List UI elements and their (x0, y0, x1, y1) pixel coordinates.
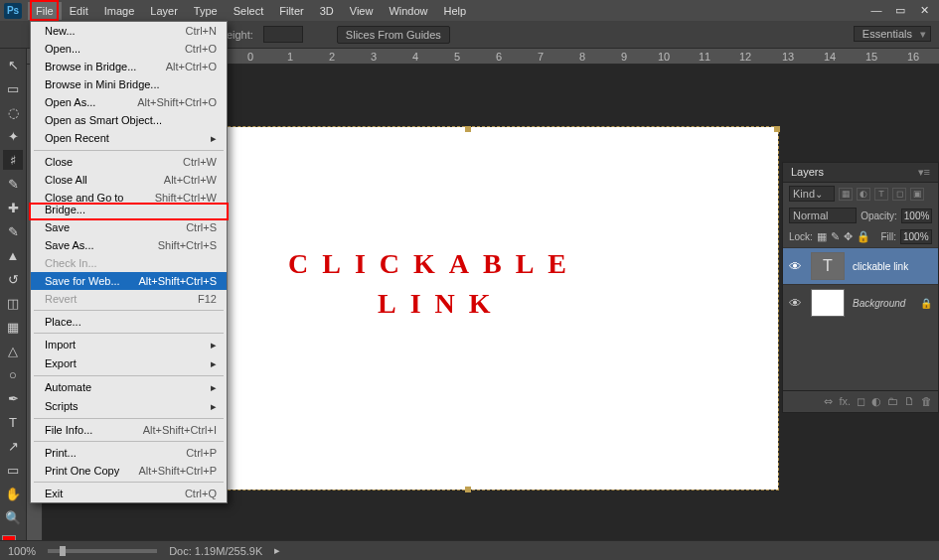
menu-item-close-and-go-to-bridge[interactable]: Close and Go to Bridge...Shift+Ctrl+W (31, 189, 227, 218)
menu-layer[interactable]: Layer (142, 2, 186, 20)
menu-item-close-all[interactable]: Close AllAlt+Ctrl+W (31, 171, 227, 189)
menu-item-open[interactable]: Open...Ctrl+O (31, 40, 227, 58)
menu-item-browse-in-mini-bridge[interactable]: Browse in Mini Bridge... (31, 75, 227, 93)
menu-select[interactable]: Select (226, 2, 272, 20)
menu-view[interactable]: View (342, 2, 382, 20)
tool-crop[interactable]: ♯ (3, 150, 23, 170)
tool-lasso[interactable]: ◌ (3, 102, 23, 122)
filter-smart-icon[interactable]: ▣ (910, 188, 924, 201)
menu-type[interactable]: Type (186, 2, 226, 20)
tool-pen[interactable]: ✒ (3, 388, 23, 408)
menu-item-open-recent[interactable]: Open Recent (31, 129, 227, 148)
menu-item-print[interactable]: Print...Ctrl+P (31, 444, 227, 462)
zoom-slider[interactable] (48, 549, 157, 553)
slices-from-guides-button[interactable]: Slices From Guides (337, 26, 450, 44)
menu-item-save-for-web[interactable]: Save for Web...Alt+Shift+Ctrl+S (31, 272, 227, 290)
layer-thumbnail[interactable]: T (811, 252, 845, 280)
filter-type-icon[interactable]: T (874, 188, 888, 201)
zoom-level[interactable]: 100% (8, 545, 36, 557)
menu-item-label: Print... (45, 447, 186, 459)
tool-dodge[interactable]: ○ (3, 364, 23, 384)
menu-item-place[interactable]: Place... (31, 313, 227, 331)
fill-value[interactable]: 100% (900, 229, 932, 244)
tool-brush[interactable]: ✎ (3, 221, 23, 241)
tool-hand[interactable]: ✋ (3, 484, 23, 503)
menu-item-close[interactable]: CloseCtrl+W (31, 153, 227, 171)
menu-item-shortcut: Shift+Ctrl+S (158, 239, 217, 251)
menu-item-browse-in-bridge[interactable]: Browse in Bridge...Alt+Ctrl+O (31, 58, 227, 75)
panel-menu-icon[interactable]: ▾≡ (918, 166, 930, 179)
workspace-selector[interactable]: Essentials (854, 26, 931, 42)
tool-eyedrop[interactable]: ✎ (3, 174, 23, 194)
menu-item-save-as[interactable]: Save As...Shift+Ctrl+S (31, 236, 227, 254)
delete-layer-icon[interactable]: 🗑 (921, 395, 932, 408)
close-icon[interactable]: ✕ (917, 4, 931, 17)
height-input[interactable] (263, 26, 303, 43)
layer-row[interactable]: 👁Tclickable link (783, 247, 938, 284)
tool-shape[interactable]: ▭ (3, 460, 23, 480)
menu-item-import[interactable]: Import (31, 336, 227, 354)
menu-3d[interactable]: 3D (312, 2, 342, 20)
menu-item-open-as-smart-object[interactable]: Open as Smart Object... (31, 111, 227, 129)
doc-info-arrow-icon[interactable]: ▸ (274, 544, 280, 557)
transform-handle[interactable] (465, 126, 471, 132)
group-icon[interactable]: 🗀 (887, 395, 898, 408)
menu-item-export[interactable]: Export (31, 354, 227, 373)
tool-path[interactable]: ↗ (3, 436, 23, 456)
menu-help[interactable]: Help (436, 2, 475, 20)
lock-all-icon[interactable]: 🔒 (857, 230, 870, 243)
tool-grad[interactable]: ▦ (3, 317, 23, 337)
new-layer-icon[interactable]: 🗋 (904, 395, 915, 408)
opacity-value[interactable]: 100% (901, 209, 932, 223)
restore-icon[interactable]: ▭ (893, 4, 907, 17)
menu-filter[interactable]: Filter (271, 2, 311, 20)
layer-filter-kind[interactable]: Kind ⌄ (789, 186, 835, 202)
filter-pixel-icon[interactable]: ▦ (839, 188, 853, 201)
menu-item-open-as[interactable]: Open As...Alt+Shift+Ctrl+O (31, 93, 227, 111)
menu-item-automate[interactable]: Automate (31, 378, 227, 397)
filter-shape-icon[interactable]: ◻ (892, 188, 906, 201)
minimize-icon[interactable]: — (869, 4, 883, 17)
menu-file[interactable]: File (28, 2, 62, 20)
tool-wand[interactable]: ✦ (3, 126, 23, 146)
tool-heal[interactable]: ✚ (3, 198, 23, 217)
menu-item-print-one-copy[interactable]: Print One CopyAlt+Shift+Ctrl+P (31, 462, 227, 480)
layer-thumbnail[interactable] (811, 289, 845, 317)
tool-blur[interactable]: △ (3, 341, 23, 360)
lock-position-icon[interactable]: ✥ (844, 230, 853, 243)
filter-adjust-icon[interactable]: ◐ (857, 188, 870, 201)
visibility-icon[interactable]: 👁 (789, 259, 803, 274)
tool-zoom[interactable]: 🔍 (3, 507, 23, 527)
tool-history[interactable]: ↺ (3, 269, 23, 289)
menu-item-exit[interactable]: ExitCtrl+Q (31, 485, 227, 502)
layer-name[interactable]: clickable link (853, 261, 908, 272)
menu-image[interactable]: Image (96, 2, 143, 20)
tool-type[interactable]: T (3, 412, 23, 432)
menu-item-label: Save (45, 221, 186, 233)
menu-item-scripts[interactable]: Scripts (31, 397, 227, 416)
menu-window[interactable]: Window (381, 2, 435, 20)
menubar: Ps FileEditImageLayerTypeSelectFilter3DV… (0, 0, 939, 21)
transform-handle[interactable] (774, 126, 780, 132)
menu-edit[interactable]: Edit (62, 2, 96, 20)
fx-icon[interactable]: fx. (839, 395, 851, 408)
menu-item-new[interactable]: New...Ctrl+N (31, 22, 227, 40)
lock-pixels-icon[interactable]: ✎ (831, 230, 840, 243)
visibility-icon[interactable]: 👁 (789, 296, 803, 311)
tool-move[interactable]: ↖ (3, 55, 23, 74)
transform-handle[interactable] (465, 487, 471, 492)
tool-marquee[interactable]: ▭ (3, 78, 23, 98)
layer-name[interactable]: Background (853, 298, 905, 309)
menu-item-shortcut: F12 (198, 293, 217, 305)
menu-item-save[interactable]: SaveCtrl+S (31, 218, 227, 236)
adjustment-icon[interactable]: ◐ (871, 395, 881, 408)
blend-mode-select[interactable]: Normal (789, 208, 857, 223)
layers-tab[interactable]: Layers ▾≡ (783, 163, 938, 183)
tool-stamp[interactable]: ▲ (3, 245, 23, 265)
link-layers-icon[interactable]: ⇔ (824, 395, 833, 408)
mask-icon[interactable]: ◻ (857, 395, 865, 408)
lock-transparent-icon[interactable]: ▦ (817, 230, 827, 243)
menu-item-file-info[interactable]: File Info...Alt+Shift+Ctrl+I (31, 421, 227, 439)
layer-row[interactable]: 👁Background🔒 (783, 284, 938, 321)
tool-eraser[interactable]: ◫ (3, 293, 23, 313)
